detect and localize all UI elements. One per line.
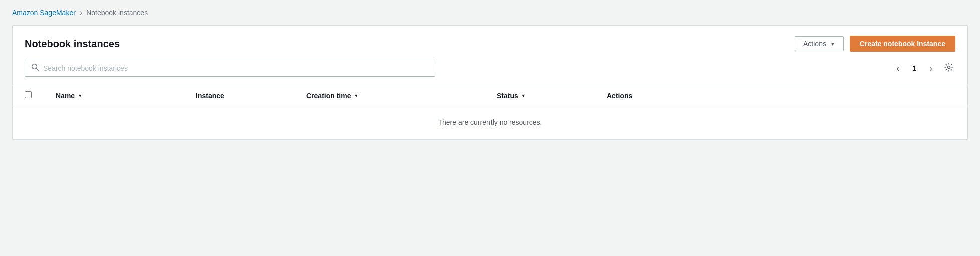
actions-button[interactable]: Actions ▼	[795, 36, 844, 51]
th-checkbox	[13, 85, 44, 106]
th-actions: Actions	[595, 85, 967, 106]
data-table: Name ▼ Instance Creation time ▼	[13, 85, 967, 139]
header-actions: Actions ▼ Create notebook Instance	[795, 36, 955, 52]
pagination-next-button[interactable]: ›	[925, 61, 936, 76]
search-input[interactable]	[43, 64, 429, 72]
create-notebook-button[interactable]: Create notebook Instance	[850, 36, 955, 52]
th-name-label: Name	[56, 92, 75, 100]
select-all-checkbox[interactable]	[25, 91, 32, 98]
name-sort-icon: ▼	[78, 93, 82, 98]
actions-button-label: Actions	[803, 40, 826, 48]
th-actions-label: Actions	[607, 92, 632, 100]
svg-line-1	[37, 69, 39, 71]
creation-sort-icon: ▼	[354, 93, 358, 98]
table-settings-button[interactable]	[942, 61, 955, 76]
main-panel: Notebook instances Actions ▼ Create note…	[12, 25, 968, 140]
table-body: There are currently no resources.	[13, 106, 967, 139]
panel-header: Notebook instances Actions ▼ Create note…	[25, 36, 955, 52]
pagination-current-page: 1	[909, 64, 919, 72]
empty-message: There are currently no resources.	[13, 106, 967, 139]
table-header: Name ▼ Instance Creation time ▼	[13, 85, 967, 106]
search-wrapper	[25, 60, 435, 77]
th-status-label: Status	[497, 92, 518, 100]
breadcrumb-separator: ›	[80, 8, 82, 17]
page-wrapper: Amazon SageMaker › Notebook instances No…	[0, 0, 980, 148]
th-name[interactable]: Name ▼	[44, 85, 184, 106]
empty-row: There are currently no resources.	[13, 106, 967, 139]
breadcrumb-current: Notebook instances	[86, 9, 148, 17]
pagination-prev-button[interactable]: ‹	[892, 61, 903, 76]
page-title: Notebook instances	[25, 38, 120, 50]
pagination-controls: ‹ 1 ›	[892, 61, 955, 76]
th-instance: Instance	[184, 85, 294, 106]
search-row: ‹ 1 ›	[25, 60, 955, 77]
svg-point-2	[948, 66, 950, 68]
search-icon	[31, 63, 39, 73]
th-creation-time[interactable]: Creation time ▼	[294, 85, 484, 106]
status-sort-icon: ▼	[521, 93, 526, 98]
breadcrumb: Amazon SageMaker › Notebook instances	[12, 8, 968, 17]
th-instance-label: Instance	[196, 92, 224, 100]
th-status[interactable]: Status ▼	[484, 85, 595, 106]
breadcrumb-parent-link[interactable]: Amazon SageMaker	[12, 9, 76, 17]
th-creation-time-label: Creation time	[306, 92, 351, 100]
actions-chevron-down-icon: ▼	[830, 41, 835, 47]
